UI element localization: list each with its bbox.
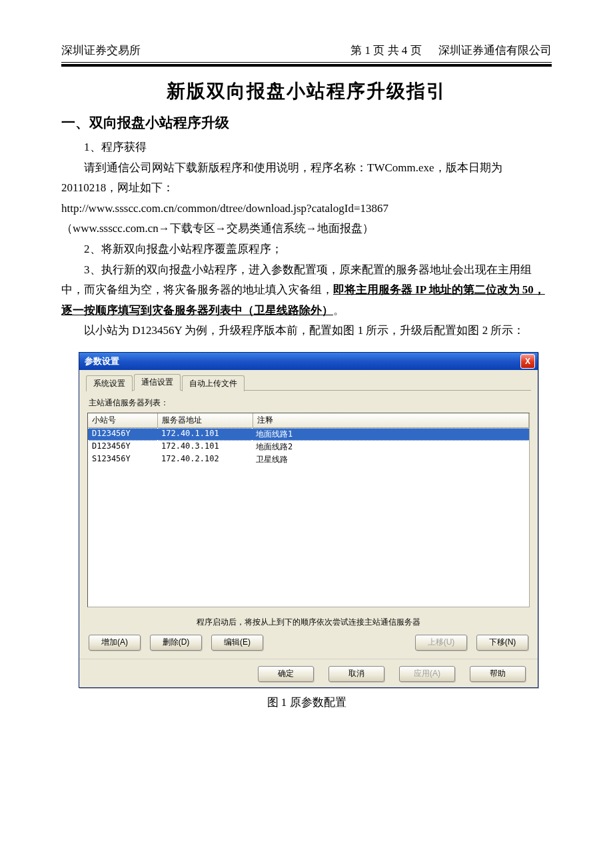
close-icon: X — [525, 357, 530, 366]
list-row[interactable]: S123456Y 172.40.2.102 卫星线路 — [88, 453, 529, 466]
header-page: 第 1 页 共 4 页 — [350, 44, 421, 57]
cell-address: 172.40.1.101 — [157, 428, 252, 441]
hint-text: 程序启动后，将按从上到下的顺序依次尝试连接主站通信服务器 — [86, 617, 531, 628]
moveup-button[interactable]: 上移(U) — [415, 635, 467, 651]
para-4c: 。 — [333, 304, 344, 317]
dialog-title: 参数设置 — [85, 355, 119, 367]
list-row[interactable]: D123456Y 172.40.3.101 地面线路2 — [88, 441, 529, 453]
body-text: 1、程序获得 请到通信公司网站下载新版程序和使用说明，程序名称：TWComm.e… — [61, 137, 552, 341]
doc-title: 新版双向报盘小站程序升级指引 — [61, 79, 552, 104]
col-note[interactable]: 注释 — [253, 413, 529, 427]
header-rule-thin — [61, 62, 552, 63]
header-left: 深圳证券交易所 — [61, 43, 141, 58]
listview-body: D123456Y 172.40.1.101 地面线路1 D123456Y 172… — [88, 428, 529, 466]
dialog-footer: 确定 取消 应用(A) 帮助 — [79, 659, 538, 687]
nav-path: （www.ssscc.com.cn→下载专区→交易类通信系统→地面报盘） — [61, 219, 552, 239]
dialog-titlebar[interactable]: 参数设置 X — [79, 353, 538, 370]
para-2: 请到通信公司网站下载新版程序和使用说明，程序名称：TWComm.exe，版本日期… — [61, 158, 552, 199]
cell-note: 卫星线路 — [252, 453, 529, 466]
settings-dialog: 参数设置 X 系统设置 通信设置 自动上传文件 主站通信服务器列表： 小站号 服… — [79, 352, 538, 688]
para-1: 1、程序获得 — [61, 137, 552, 158]
header-right: 深圳证券通信有限公司 — [438, 44, 552, 57]
cell-station: S123456Y — [88, 453, 157, 466]
page-header: 深圳证券交易所 第 1 页 共 4 页 深圳证券通信有限公司 — [61, 43, 552, 58]
server-listview[interactable]: 小站号 服务器地址 注释 D123456Y 172.40.1.101 地面线路1… — [87, 413, 530, 607]
section-heading: 一、双向报盘小站程序升级 — [61, 113, 552, 132]
close-button[interactable]: X — [520, 354, 535, 369]
cell-address: 172.40.2.102 — [157, 453, 252, 466]
cell-station: D123456Y — [88, 441, 157, 453]
apply-button[interactable]: 应用(A) — [399, 666, 455, 682]
cell-note: 地面线路1 — [252, 428, 529, 441]
tab-comm[interactable]: 通信设置 — [134, 374, 181, 391]
url-line: http://www.ssscc.com.cn/common/dtree/dow… — [61, 199, 552, 219]
cell-note: 地面线路2 — [252, 441, 529, 453]
cancel-button[interactable]: 取消 — [328, 666, 384, 682]
col-station[interactable]: 小站号 — [88, 413, 158, 427]
list-button-row: 增加(A) 删除(D) 编辑(E) 上移(U) 下移(N) — [86, 635, 531, 651]
cell-station: D123456Y — [88, 428, 157, 441]
tab-system[interactable]: 系统设置 — [86, 375, 133, 391]
header-rule-bold — [61, 64, 552, 67]
add-button[interactable]: 增加(A) — [89, 635, 141, 651]
movedown-button[interactable]: 下移(N) — [476, 635, 528, 651]
list-row[interactable]: D123456Y 172.40.1.101 地面线路1 — [88, 428, 529, 441]
help-button[interactable]: 帮助 — [470, 666, 526, 682]
para-4: 3、执行新的双向报盘小站程序，进入参数配置项，原来配置的服务器地址会出现在主用组… — [61, 260, 552, 321]
delete-button[interactable]: 删除(D) — [150, 635, 202, 651]
listview-header: 小站号 服务器地址 注释 — [88, 413, 529, 428]
col-address[interactable]: 服务器地址 — [158, 413, 253, 427]
para-5: 以小站为 D123456Y 为例，升级程序版本前，配置如图 1 所示，升级后配置… — [61, 321, 552, 341]
ok-button[interactable]: 确定 — [258, 666, 314, 682]
edit-button[interactable]: 编辑(E) — [211, 635, 263, 651]
tab-autoupload[interactable]: 自动上传文件 — [182, 375, 245, 391]
figure-caption: 图 1 原参数配置 — [61, 695, 552, 710]
tab-strip: 系统设置 通信设置 自动上传文件 — [86, 374, 531, 391]
server-list-label: 主站通信服务器列表： — [89, 397, 531, 409]
para-3: 2、将新双向报盘小站程序覆盖原程序； — [61, 239, 552, 260]
cell-address: 172.40.3.101 — [157, 441, 252, 453]
